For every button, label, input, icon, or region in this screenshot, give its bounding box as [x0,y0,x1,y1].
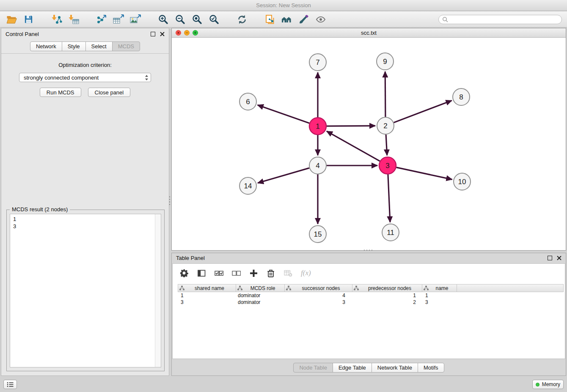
deselect-all-icon[interactable] [231,268,241,278]
column-header-shared-name[interactable]: shared name [178,284,236,292]
node-label-3: 3 [385,162,389,170]
tab-mcds[interactable]: MCDS [112,41,140,51]
criterion-dropdown[interactable]: strongly connected component [19,73,151,82]
dropdown-arrows-icon [145,75,149,81]
memory-button[interactable]: Memory [532,380,564,389]
run-mcds-button[interactable]: Run MCDS [40,88,81,97]
mcds-result-list[interactable]: 13 [10,214,161,367]
node-label-10: 10 [458,178,466,186]
refresh-icon[interactable] [235,13,248,26]
control-panel-title: Control Panel [6,31,39,37]
window-title: Session: New Session [256,2,311,8]
panel-menu-button[interactable] [3,380,17,389]
close-panel-button[interactable]: Close panel [88,88,131,97]
node-label-2: 2 [383,122,387,130]
column-header-predecessor-nodes[interactable]: predecessor nodes [352,284,422,292]
gear-icon[interactable] [179,268,189,278]
edge-2-8[interactable] [394,101,452,123]
float-table-panel-icon[interactable] [548,256,552,260]
edge-1-2[interactable] [327,126,375,126]
edge-3-1[interactable] [327,131,380,161]
edge-1-6[interactable] [258,105,310,123]
network-window: × – + scc.txt 7968124314101511 [171,28,566,251]
table-cell: 3 [178,299,236,305]
table-panel-header: Table Panel [172,253,566,263]
list-icon [7,382,14,387]
node-label-9: 9 [383,58,387,66]
delete-table-icon [284,268,293,278]
tab-network[interactable]: Network [30,41,62,51]
clone-network-icon[interactable] [263,13,276,26]
tab-network-table[interactable]: Network Table [372,363,418,373]
close-panel-icon[interactable] [160,32,165,36]
zoom-selected-icon[interactable] [207,13,220,26]
zoom-in-icon[interactable] [157,13,170,26]
export-table-icon[interactable] [112,13,125,26]
add-row-icon[interactable] [249,268,258,278]
tab-select[interactable]: Select [85,41,113,51]
export-image-icon[interactable] [129,13,142,26]
column-header-mcds-role[interactable]: MCDS role [236,284,285,292]
tab-style[interactable]: Style [62,41,86,51]
edge-3-10[interactable] [396,167,452,179]
float-panel-icon[interactable] [151,32,155,36]
show-columns-icon[interactable] [197,268,206,278]
tab-motifs[interactable]: Motifs [418,363,444,373]
column-header-filler [457,284,563,292]
node-label-14: 14 [244,182,252,190]
save-icon[interactable] [22,13,35,26]
graph-canvas[interactable]: 7968124314101511 [172,38,566,250]
horizontal-splitter-handle[interactable] [363,249,372,251]
import-network-icon[interactable] [50,13,63,26]
show-hide-icon[interactable] [314,13,327,26]
zoom-window-icon[interactable]: + [193,30,198,36]
table-panel: Table Panel [171,253,566,376]
table-row[interactable]: 1dominator411 [178,292,564,299]
network-window-header: × – + scc.txt [172,28,566,38]
table-cell: 1 [422,293,457,298]
vertical-splitter-handle[interactable] [169,196,171,207]
table-cell: dominator [236,293,284,298]
zoom-out-icon[interactable] [173,13,187,26]
node-table: shared nameMCDS rolesuccessor nodesprede… [178,284,564,306]
tab-edge-table[interactable]: Edge Table [333,363,372,373]
criterion-value: strongly connected component [24,75,99,81]
open-folder-icon[interactable] [5,13,18,26]
zoom-fit-icon[interactable] [190,13,204,26]
optimization-criterion-label: Optimization criterion: [1,62,169,68]
network-window-title: scc.txt [361,30,377,36]
search-box[interactable] [438,15,562,24]
edge-2-3[interactable] [386,135,387,155]
delete-row-icon[interactable] [266,268,275,278]
result-scrollbar[interactable] [155,214,161,367]
node-label-4: 4 [316,162,319,170]
edge-3-11[interactable] [388,174,390,222]
close-window-icon[interactable]: × [176,30,181,36]
control-panel-header: Control Panel [1,28,169,39]
select-all-icon[interactable] [214,268,223,278]
mcds-result-title: MCDS result (2 nodes) [10,206,70,213]
mcds-result-line: 3 [10,223,161,230]
edge-4-14[interactable] [258,168,309,183]
column-header-successor-nodes[interactable]: successor nodes [285,284,352,292]
apply-style-icon[interactable] [297,13,310,26]
export-network-icon[interactable] [95,13,108,26]
mcds-result-box: MCDS result (2 nodes) 13 [6,210,165,371]
edge-2-9[interactable] [385,72,385,117]
minimize-window-icon[interactable]: – [184,30,190,36]
first-neighbors-icon[interactable] [280,13,293,26]
table-cell: 3 [422,299,457,305]
table-cell: 1 [352,293,422,298]
table-cell: 4 [284,293,352,298]
node-label-7: 7 [316,58,319,66]
close-table-panel-icon[interactable] [557,256,561,260]
import-table-icon[interactable] [67,13,80,26]
table-header-row: shared nameMCDS rolesuccessor nodesprede… [178,284,564,292]
node-label-15: 15 [314,230,322,238]
tab-node-table[interactable]: Node Table [293,363,333,373]
column-header-name[interactable]: name [422,284,457,292]
table-row[interactable]: 3dominator323 [178,299,564,306]
search-input[interactable] [450,17,558,22]
control-panel-tabs: NetworkStyleSelectMCDS [1,39,169,54]
node-label-11: 11 [387,229,394,237]
